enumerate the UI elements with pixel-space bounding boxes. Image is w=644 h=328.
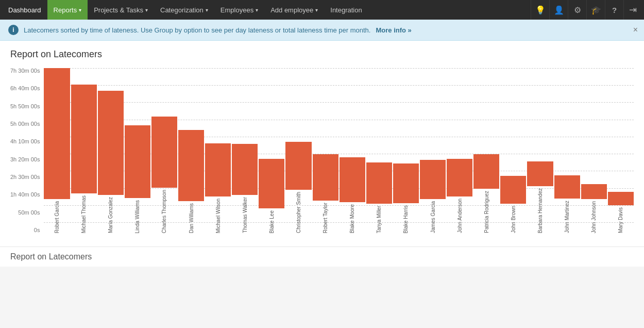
nav-dashboard[interactable]: Dashboard [2, 0, 47, 20]
bar-label: Blake Lee [269, 210, 275, 233]
bar-label-container: Thomas Walker [232, 195, 258, 233]
gear-icon[interactable]: ⚙ [568, 0, 586, 20]
bar-label: Linda Williams [134, 200, 140, 233]
bar[interactable] [420, 160, 446, 200]
bar-label: Patricia Rodriguez [484, 191, 489, 233]
bar-column: Mary Davis [608, 192, 634, 233]
bar[interactable] [608, 192, 634, 205]
y-axis-label: 2h 30m 00s [10, 174, 40, 180]
info-icon: i [8, 25, 19, 35]
bar-column: James Garcia [420, 160, 446, 233]
bar-column: Michael Wilson [205, 143, 231, 233]
bar-label: John Anderson [457, 199, 463, 233]
bar[interactable] [71, 85, 97, 193]
bar[interactable] [205, 143, 231, 196]
y-axis-label: 0s [34, 227, 40, 233]
bar[interactable] [581, 184, 607, 199]
report-title: Report on Latecomers [10, 49, 634, 60]
bar-label: John Martinez [564, 201, 570, 233]
reports-chevron-icon: ▾ [79, 7, 81, 13]
nav-projects-tasks[interactable]: Projects & Tasks ▾ [88, 0, 154, 20]
nav-employees[interactable]: Employees ▾ [214, 0, 264, 20]
bar-column: Robert Garcia [44, 68, 70, 233]
bar-label: Robert Taylor [323, 203, 328, 233]
bar-column: Michael Thomas [71, 85, 97, 233]
y-axis-label: 5h 50m 00s [10, 104, 40, 109]
bar-label-container: Charles Thompson [151, 188, 177, 233]
graduation-icon[interactable]: 🎓 [586, 0, 605, 20]
add-employee-chevron-icon: ▾ [315, 7, 318, 13]
bar-label-container: Blake Harris [393, 203, 419, 233]
bar-column: Blake Moore [340, 157, 365, 233]
bar-label-container: John Martinez [554, 199, 580, 233]
bar-label-container: Barbara Hernandez [527, 186, 553, 233]
bar-column: Christopher Smith [285, 142, 311, 233]
bar-label-container: Blake Moore [340, 202, 365, 233]
bar-label-container: Maria Gonzalez [98, 195, 124, 233]
info-banner: i Latecomers sorted by time of lateness.… [0, 20, 644, 41]
bulb-icon[interactable]: 💡 [531, 0, 549, 20]
bar-label-container: Blake Lee [259, 208, 284, 233]
bar[interactable] [527, 161, 553, 186]
bar[interactable] [259, 159, 284, 208]
y-axis-label: 3h 20m 00s [10, 157, 40, 162]
bar-label-container: Patricia Rodriguez [473, 189, 499, 233]
bar-column: Tanya Miller [366, 162, 392, 233]
y-axis-label: 7h 30m 00s [10, 68, 40, 74]
bar-column: Linda Williams [125, 125, 150, 233]
bar-column: Thomas Walker [232, 144, 258, 233]
bar-label-container: John Anderson [447, 196, 472, 233]
bar-label-container: Michael Thomas [71, 193, 97, 233]
bar[interactable] [340, 157, 365, 202]
bar[interactable] [178, 130, 204, 201]
nav-add-employee[interactable]: Add employee ▾ [264, 0, 324, 20]
bar-column: Dan Williams [178, 130, 204, 233]
y-axis-label: 6h 40m 00s [10, 86, 40, 91]
nav-categorization[interactable]: Categorization ▾ [154, 0, 214, 20]
bar-label: Charles Thompson [161, 190, 167, 233]
bar-label: Blake Harris [403, 205, 409, 233]
user-icon[interactable]: 👤 [549, 0, 568, 20]
bar[interactable] [393, 163, 419, 203]
bar-label: John Brown [511, 206, 516, 233]
bar[interactable] [473, 154, 499, 189]
bar[interactable] [125, 125, 150, 198]
logout-icon[interactable]: ⇥ [623, 0, 642, 20]
bar-label-container: Michael Wilson [205, 196, 231, 233]
banner-more-info-link[interactable]: More info » [376, 26, 411, 34]
banner-close-button[interactable]: × [633, 25, 638, 35]
bar[interactable] [366, 162, 392, 204]
bar-label: Robert Garcia [54, 201, 60, 233]
chart-plot-area: Robert GarciaMichael ThomasMaria Gonzale… [44, 68, 634, 233]
bar[interactable] [151, 117, 177, 188]
bar[interactable] [313, 154, 338, 201]
chart-inner: 7h 30m 00s6h 40m 00s5h 50m 00s5h 00m 00s… [10, 68, 634, 233]
bar[interactable] [232, 144, 258, 195]
bar-label-container: Robert Taylor [313, 201, 338, 233]
bar-label-container: James Garcia [420, 199, 446, 233]
bar-label: Maria Gonzalez [108, 197, 113, 233]
main-content: Report on Latecomers 7h 30m 00s6h 40m 00… [0, 41, 644, 247]
bar[interactable] [554, 175, 580, 199]
bar[interactable] [500, 176, 526, 204]
bar-label: Mary Davis [618, 207, 623, 233]
bar-label: Blake Moore [349, 204, 355, 233]
bar-label-container: John Johnson [581, 199, 607, 233]
bar[interactable] [98, 91, 124, 195]
categorization-chevron-icon: ▾ [206, 7, 208, 13]
bar-label-container: Christopher Smith [285, 190, 311, 233]
bar-label-container: Linda Williams [125, 198, 150, 233]
bar[interactable] [285, 142, 311, 190]
bar-label: Dan Williams [189, 203, 194, 233]
help-icon[interactable]: ? [605, 0, 623, 20]
bars-row: Robert GarciaMichael ThomasMaria Gonzale… [44, 68, 634, 233]
nav-integration[interactable]: Integration [324, 0, 368, 20]
bar[interactable] [44, 68, 70, 199]
bar-column: Maria Gonzalez [98, 91, 124, 233]
bar-column: Robert Taylor [313, 154, 338, 233]
nav-reports[interactable]: Reports ▾ [47, 0, 88, 20]
y-axis: 7h 30m 00s6h 40m 00s5h 50m 00s5h 00m 00s… [10, 68, 44, 233]
bar[interactable] [447, 159, 472, 197]
y-axis-label: 50m 00s [18, 210, 40, 216]
bar-label: Michael Wilson [215, 199, 221, 233]
